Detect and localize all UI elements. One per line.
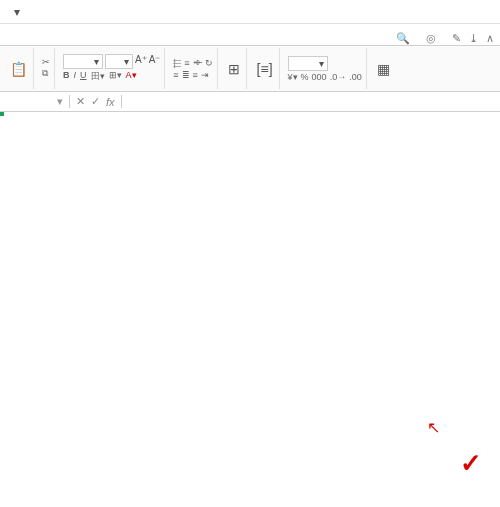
italic-button[interactable]: I — [74, 70, 77, 83]
align-mid-icon[interactable]: ≡ — [184, 58, 189, 69]
number-format-select[interactable]: ▾ — [288, 56, 328, 71]
copy-button[interactable]: ⧉ — [42, 68, 48, 79]
search-icon[interactable]: 🔍 — [396, 32, 410, 45]
edit-icon[interactable]: ✎ — [452, 32, 461, 45]
name-box[interactable]: ▾ — [0, 95, 70, 108]
dec-inc-icon[interactable]: .0→ — [330, 72, 347, 82]
share-icon[interactable]: ⤓ — [469, 32, 478, 45]
cut-button[interactable]: ✂ — [42, 57, 50, 67]
underline-button[interactable]: U — [80, 70, 87, 83]
indent-icon[interactable]: ⇥ — [201, 70, 209, 80]
comma-icon[interactable]: 000 — [312, 72, 327, 82]
paste-button[interactable]: 📋 — [8, 61, 29, 77]
collapse-icon[interactable]: ∧ — [486, 32, 494, 45]
watermark: ✓ — [460, 448, 482, 479]
dropdown-icon[interactable]: ▾ — [14, 5, 20, 19]
currency-icon[interactable]: ¥▾ — [288, 72, 298, 82]
orientation-icon[interactable]: ↻ — [205, 58, 213, 69]
increase-font-icon[interactable]: A⁺ — [135, 54, 147, 69]
align-center-icon[interactable]: ≣ — [182, 70, 190, 80]
decrease-font-icon[interactable]: A⁻ — [149, 54, 161, 69]
align-top-icon[interactable]: ⬱ — [173, 58, 181, 69]
fx-icon[interactable]: fx — [106, 96, 115, 108]
sync-icon[interactable]: ◎ — [426, 32, 436, 45]
fill-color-button[interactable]: 田▾ — [91, 70, 105, 83]
align-bot-icon[interactable]: ⬲ — [193, 58, 202, 69]
percent-icon[interactable]: % — [301, 72, 309, 82]
align-right-icon[interactable]: ≡ — [193, 70, 198, 80]
bold-button[interactable]: B — [63, 70, 70, 83]
font-size-select[interactable]: ▾ — [105, 54, 133, 69]
confirm-icon[interactable]: ✓ — [91, 95, 100, 108]
wrap-button[interactable]: [≡] — [255, 61, 275, 77]
font-select[interactable]: ▾ — [63, 54, 103, 69]
dec-dec-icon[interactable]: .00 — [349, 72, 362, 82]
arrow-annotation: ↖ — [427, 418, 440, 437]
borders-button[interactable]: ⊞▾ — [109, 70, 122, 83]
align-left-icon[interactable]: ≡ — [173, 70, 178, 80]
cancel-icon[interactable]: ✕ — [76, 95, 85, 108]
cond-format-button[interactable]: ▦ — [375, 61, 392, 77]
font-color-button[interactable]: A▾ — [126, 70, 137, 83]
merge-button[interactable]: ⊞ — [226, 61, 242, 77]
